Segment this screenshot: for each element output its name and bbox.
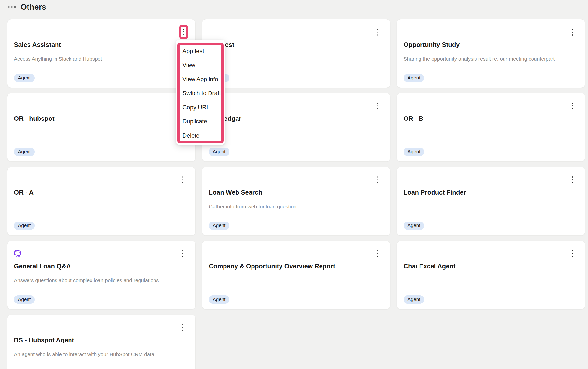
kebab-icon (182, 324, 184, 325)
kebab-icon (183, 29, 184, 30)
kebab-menu-button[interactable] (180, 247, 186, 260)
app-card[interactable]: Chai Excel Agent Agent (397, 241, 585, 309)
kebab-icon (182, 182, 184, 183)
menu-item-view-app-info[interactable]: View App info (182, 72, 225, 86)
kebab-menu-button[interactable] (180, 173, 186, 186)
card-title: Company & Opportunity Overview Report (209, 263, 369, 270)
kebab-icon (182, 250, 184, 251)
kebab-menu-button[interactable] (180, 321, 186, 334)
agent-badge: Agent (14, 148, 35, 156)
kebab-icon (182, 179, 184, 181)
kebab-icon (572, 103, 573, 104)
kebab-icon (377, 253, 378, 254)
kebab-icon (572, 253, 573, 254)
app-card[interactable]: General Loan Q&A Answers questions about… (7, 241, 196, 309)
kebab-icon (572, 32, 573, 33)
context-menu-list: App testViewView App infoSwitch to Draft… (176, 40, 225, 143)
app-card[interactable]: OR - hubspot Agent (7, 93, 196, 162)
agent-badge: Agent (14, 295, 35, 304)
kebab-icon (182, 253, 184, 254)
kebab-icon (572, 108, 573, 109)
card-title: Chai Excel Agent (404, 263, 564, 270)
kebab-icon (572, 34, 573, 36)
kebab-icon (572, 29, 573, 30)
kebab-icon (572, 256, 573, 257)
card-title: App test (209, 41, 369, 49)
menu-item-copy-url[interactable]: Copy URL (182, 100, 225, 115)
cards-grid: Sales Assistant Access Anything in Slack… (7, 19, 588, 369)
kebab-icon (182, 330, 184, 331)
piggy-bank-icon (14, 249, 22, 257)
card-title: OR - hubspot (14, 115, 175, 122)
kebab-icon (377, 256, 378, 257)
card-description: An agent who is able to interact with yo… (14, 351, 185, 358)
app-card[interactable]: Loan Web Search Gather info from web for… (202, 167, 390, 236)
agent-badge: Agent (404, 148, 424, 156)
card-title: OR - A (14, 189, 175, 196)
app-card[interactable]: OR - B Agent (397, 93, 585, 162)
agent-badge: Agent (14, 74, 35, 82)
card-title: Sales Assistant (14, 41, 175, 49)
kebab-icon (377, 105, 378, 107)
kebab-icon (377, 108, 378, 109)
kebab-icon (377, 103, 378, 104)
menu-item-view[interactable]: View (182, 58, 225, 72)
menu-item-app-test[interactable]: App test (182, 44, 225, 58)
kebab-menu-button[interactable] (569, 247, 576, 260)
menu-item-duplicate[interactable]: Duplicate (182, 115, 225, 129)
card-title: General Loan Q&A (14, 263, 175, 270)
card-title: Opportunity Study (404, 41, 564, 49)
kebab-menu-button[interactable] (374, 173, 381, 186)
kebab-icon (377, 34, 378, 36)
card-title: OR - edgar (209, 115, 369, 122)
context-menu: App testViewView App infoSwitch to Draft… (176, 40, 225, 145)
app-card[interactable]: OR - edgar Agent (202, 93, 390, 162)
kebab-icon (182, 327, 184, 328)
kebab-icon (183, 31, 184, 32)
agent-badge: Agent (404, 222, 424, 230)
dot (14, 6, 16, 8)
kebab-icon (377, 250, 378, 251)
kebab-menu-button[interactable] (569, 173, 576, 186)
card-title: Loan Web Search (209, 189, 369, 196)
agent-badge: Agent (404, 74, 424, 82)
card-description: Sharing the opportunity analysis result … (404, 55, 575, 62)
menu-item-switch-to-draft[interactable]: Switch to Draft (182, 86, 225, 101)
app-card[interactable]: OR - A Agent (7, 167, 196, 236)
kebab-icon (572, 179, 573, 181)
app-card[interactable]: Loan Product Finder Agent (397, 167, 585, 236)
kebab-icon (572, 105, 573, 107)
kebab-menu-button[interactable] (569, 100, 576, 112)
kebab-icon (572, 176, 573, 178)
dot (11, 6, 13, 8)
agent-badge: Agent (209, 148, 229, 156)
kebab-menu-button[interactable] (569, 26, 576, 39)
app-card[interactable]: Company & Opportunity Overview Report Ag… (202, 241, 390, 309)
kebab-icon (182, 256, 184, 257)
kebab-icon (377, 176, 378, 178)
kebab-menu-button[interactable] (374, 100, 381, 112)
card-description: Gather info from web for loan question (209, 203, 380, 210)
app-card[interactable]: Sales Assistant Access Anything in Slack… (7, 19, 196, 88)
agent-badge: Agent (404, 295, 424, 304)
kebab-icon (377, 32, 378, 33)
card-description: Answers questions about complex loan pol… (14, 277, 185, 284)
menu-item-delete[interactable]: Delete (182, 129, 225, 143)
three-dots-icon (8, 6, 16, 8)
app-card[interactable]: App test Agent (202, 19, 390, 88)
kebab-menu-button[interactable] (374, 26, 381, 39)
kebab-icon (572, 182, 573, 183)
card-title: OR - B (404, 115, 564, 122)
kebab-menu-button[interactable] (374, 247, 381, 260)
kebab-icon (182, 176, 184, 178)
section-header: Others (0, 0, 588, 12)
annotation-kebab-highlight[interactable] (179, 25, 188, 39)
kebab-icon (572, 250, 573, 251)
card-title: BS - Hubspot Agent (14, 336, 175, 344)
app-card[interactable]: Opportunity Study Sharing the opportunit… (397, 19, 585, 88)
kebab-icon (183, 34, 184, 35)
agent-badge: Agent (209, 295, 229, 304)
agent-badge: Agent (209, 222, 229, 230)
app-card[interactable]: BS - Hubspot Agent An agent who is able … (7, 315, 196, 369)
agent-badge: Agent (14, 222, 35, 230)
